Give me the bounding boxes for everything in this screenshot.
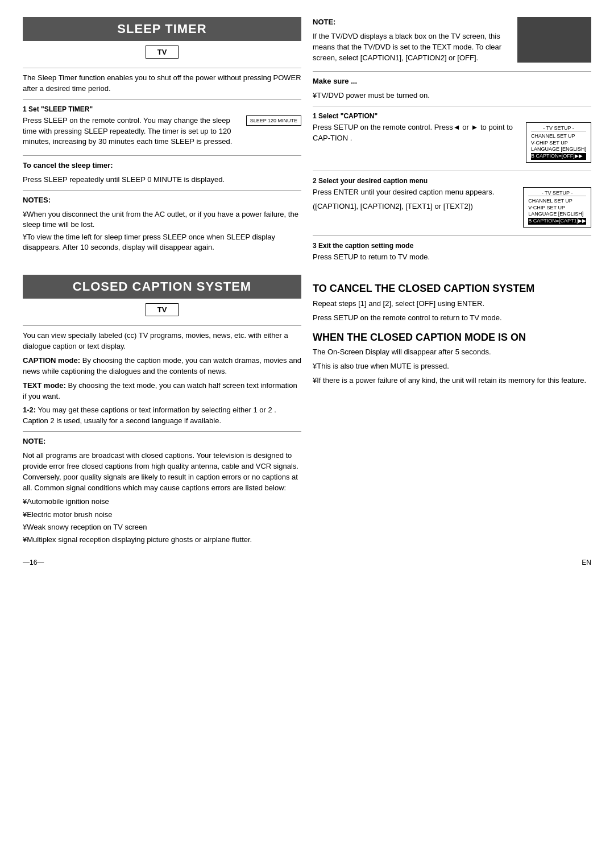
tv-setup-line-1-2: LANGUAGE [ENGLISH] [531, 146, 586, 153]
notes-title: NOTES: [23, 195, 301, 206]
tv-setup-line-2-1: V-CHIP SET UP [528, 205, 586, 212]
tv-setup-screen-2: - TV SETUP - CHANNEL SET UP V-CHIP SET U… [523, 187, 591, 228]
cc-one-two: 1-2: You may get these captions or text … [23, 405, 301, 427]
cc-tv-box: TV [146, 303, 179, 316]
sleep-display-box: SLEEP 120 MINUTE [246, 115, 301, 126]
black-box-decoration [517, 17, 591, 63]
cc-note-text: Not all programs are broadcast with clos… [23, 450, 301, 493]
page-number: ―16― [23, 559, 44, 567]
cc-caption-mode: CAPTION mode: By choosing the caption mo… [23, 356, 301, 377]
when-text2: ¥This is also true when MUTE is pressed. [313, 361, 591, 372]
sleep-timer-intro: The Sleep Timer function enables you to … [23, 73, 301, 94]
closed-caption-header: CLOSED CAPTION SYSTEM [23, 275, 301, 299]
caption-step3-label: 3 Exit the caption setting mode [313, 242, 591, 250]
when-title: WHEN THE CLOSED CAPTION MODE IS ON [313, 332, 591, 344]
note-item-2: ¥To view the time left for sleep timer p… [23, 232, 301, 253]
closed-caption-left: CLOSED CAPTION SYSTEM TV You can view sp… [23, 275, 301, 547]
cc-caption-mode-bold: CAPTION mode: [23, 356, 80, 365]
cc-text-mode-bold: TEXT mode: [23, 381, 66, 390]
cc-noise-0: ¥Automobile ignition noise [23, 497, 301, 507]
cancel-title: To cancel the sleep timer: [23, 160, 301, 171]
sleep-timer-section: SLEEP TIMER TV The Sleep Timer function … [23, 17, 591, 266]
caption-step1-label: 1 Select "CAPTION" [313, 112, 591, 120]
tv-setup-screen-1: - TV SETUP - CHANNEL SET UP V-CHIP SET U… [526, 122, 591, 163]
sleep-timer-header: SLEEP TIMER [23, 17, 301, 41]
to-cancel-text1: Repeat steps [1] and [2], select [OFF] u… [313, 299, 591, 309]
cc-one-two-bold: 1-2: [23, 406, 36, 414]
to-cancel-text2: Press SETUP on the remote control to ret… [313, 313, 591, 324]
caption-step3-text: Press SETUP to return to TV mode. [313, 252, 591, 263]
cc-noise-list: ¥Automobile ignition noise ¥Electric mot… [23, 497, 301, 545]
cc-noise-2: ¥Weak snowy reception on TV screen [23, 522, 301, 532]
tv-setup-line-1-3: B CAPTION=[OFF]▶▶ [531, 153, 586, 160]
tv-setup-line-2-2: LANGUAGE [ENGLISH] [528, 211, 586, 218]
cc-noise-1: ¥Electric motor brush noise [23, 510, 301, 520]
closed-caption-section: CLOSED CAPTION SYSTEM TV You can view sp… [23, 275, 591, 547]
cc-noise-3: ¥Multiplex signal reception displaying p… [23, 535, 301, 545]
cc-text-mode: TEXT mode: By choosing the text mode, yo… [23, 381, 301, 402]
sleep-tv-box: TV [146, 46, 179, 59]
sleep-timer-right: NOTE: If the TV/DVD displays a black box… [313, 17, 591, 266]
page-container: SLEEP TIMER TV The Sleep Timer function … [23, 17, 591, 567]
cc-intro1: You can view specially labeled (cc) TV p… [23, 330, 301, 352]
make-sure-text: ¥TV/DVD power must be turned on. [313, 90, 591, 101]
cancel-text: Press SLEEP repeatedly until SLEEP 0 MIN… [23, 175, 301, 185]
sleep-timer-left: SLEEP TIMER TV The Sleep Timer function … [23, 17, 301, 266]
tv-setup-line-2-3: B CAPTION=[CAPT1]▶▶ [528, 218, 586, 225]
page-lang: EN [582, 559, 591, 567]
notes-list: ¥When you disconnect the unit from the A… [23, 209, 301, 253]
caption-step2-label: 2 Select your desired caption menu [313, 177, 591, 185]
closed-caption-right: TO CANCEL THE CLOSED CAPTION SYSTEM Repe… [313, 275, 591, 547]
tv-setup-line-1-1: V-CHIP SET UP [531, 140, 586, 147]
to-cancel-title: TO CANCEL THE CLOSED CAPTION SYSTEM [313, 283, 591, 295]
tv-setup-title-1: - TV SETUP - [531, 125, 586, 131]
when-text3: ¥If there is a power failure of any kind… [313, 375, 591, 386]
note-item-1: ¥When you disconnect the unit from the A… [23, 209, 301, 230]
make-sure-title: Make sure ... [313, 76, 591, 87]
tv-setup-line-2-0: CHANNEL SET UP [528, 198, 586, 205]
cc-note-title: NOTE: [23, 436, 301, 447]
sleep-step1-label: 1 Set "SLEEP TIMER" [23, 105, 301, 113]
tv-setup-title-2: - TV SETUP - [528, 190, 586, 196]
page-footer: ―16― EN [23, 559, 591, 567]
when-text1: The On-Screen Display will disappear aft… [313, 347, 591, 358]
tv-setup-line-1-0: CHANNEL SET UP [531, 133, 586, 140]
cc-one-two-text: You may get these captions or text infor… [23, 406, 276, 425]
